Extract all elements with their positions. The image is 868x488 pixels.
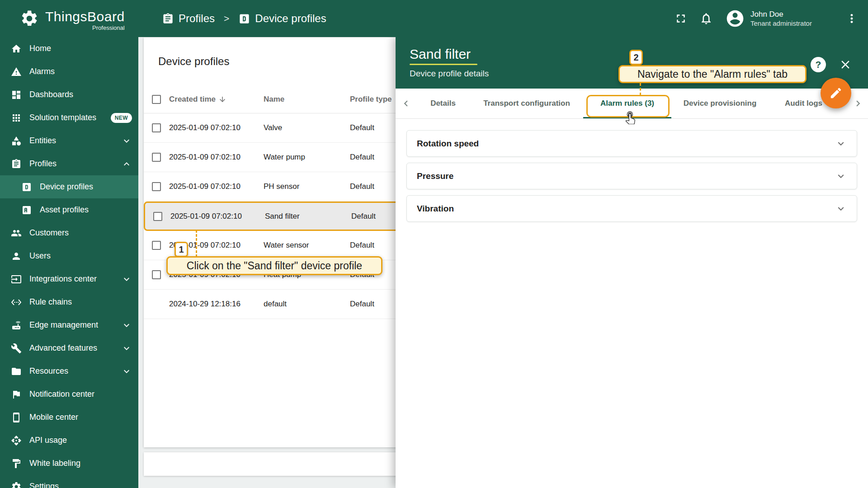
sidebar-item-alarms[interactable]: Alarms [0, 60, 138, 83]
sidebar-item-customers[interactable]: Customers [0, 221, 138, 244]
tabs-scroll-left-button[interactable] [396, 89, 416, 118]
table-header-row: Created time Name Profile type [144, 85, 415, 113]
app-header: ThingsBoard Professional Profiles > Devi… [0, 0, 868, 37]
cell-name: default [264, 300, 350, 309]
step2-callout: Navigate to the "Alarm rules" tab [618, 65, 807, 83]
table-row[interactable]: 2025-01-09 07:02:10 Valve Default [144, 113, 415, 143]
column-created-time[interactable]: Created time [169, 95, 264, 104]
brand-subtitle: Professional [45, 24, 125, 31]
step1-number-badge: 1 [175, 242, 188, 257]
sort-desc-icon [218, 95, 226, 103]
user-role: Tenant administrator [750, 19, 827, 28]
title-underline [410, 64, 477, 65]
sidebar-item-rule-chains[interactable]: Rule chains [0, 291, 138, 314]
sidebar-item-users[interactable]: Users [0, 244, 138, 267]
sidebar-item-api-usage[interactable]: API usage [0, 429, 138, 452]
category-icon [11, 136, 22, 146]
more-menu-button[interactable] [839, 6, 864, 31]
sidebar-item-integrations-center[interactable]: Integrations center [0, 267, 138, 291]
alpha-a-box-icon [21, 205, 32, 216]
close-panel-button[interactable] [838, 57, 853, 72]
warning-icon [11, 66, 22, 77]
accordion-label: Pressure [417, 171, 453, 181]
row-checkbox[interactable] [152, 182, 161, 191]
help-button[interactable]: ? [811, 57, 826, 72]
table-row[interactable]: 2025-01-09 07:02:10 Water pump Default [144, 143, 415, 172]
sidebar-item-label: Settings [29, 482, 59, 488]
cell-created: 2025-01-09 07:02:10 [169, 123, 264, 132]
pencil-icon [829, 86, 843, 100]
tab-details[interactable]: Details [416, 89, 470, 118]
sidebar-item-entities[interactable]: Entities [0, 129, 138, 152]
cell-name: Valve [264, 123, 350, 132]
sidebar-item-label: Advanced features [29, 343, 97, 353]
cell-name: Water pump [264, 153, 350, 162]
breadcrumb: Profiles > Device profiles [162, 0, 326, 37]
alarm-rule-accordion-vibration[interactable]: Vibration [406, 195, 857, 222]
step1-connector-line [196, 230, 197, 257]
sidebar-item-edge-management[interactable]: Edge management [0, 314, 138, 337]
notifications-button[interactable] [693, 6, 719, 31]
table-row-sand-filter[interactable]: 2025-01-09 07:02:10 Sand filter Default [144, 202, 415, 231]
sidebar-item-dashboards[interactable]: Dashboards [0, 83, 138, 106]
sidebar-item-label: Entities [29, 136, 56, 145]
alarm-rule-accordion-pressure[interactable]: Pressure [406, 163, 857, 189]
notifications-bell-icon [699, 12, 713, 25]
breadcrumb-root[interactable]: Profiles [179, 12, 215, 25]
sidebar-item-solution-templates[interactable]: Solution templates NEW [0, 106, 138, 129]
step1-callout: Click on the "Sand filter" device profil… [166, 256, 382, 275]
dashboard-icon [11, 89, 22, 100]
row-checkbox[interactable] [152, 270, 161, 279]
cell-created: 2025-01-09 07:02:10 [169, 153, 264, 162]
close-icon [839, 58, 852, 71]
table-row[interactable]: 2024-10-29 12:18:16 default Default [144, 290, 415, 319]
sidebar-item-label: White labeling [29, 459, 80, 468]
sidebar-item-settings[interactable]: Settings [0, 475, 138, 488]
chevron-down-icon [121, 320, 132, 331]
cell-created: 2025-01-09 07:02:10 [169, 182, 264, 191]
sidebar-item-resources[interactable]: Resources [0, 360, 138, 383]
table-row[interactable]: 2025-01-09 07:02:10 PH sensor Default [144, 172, 415, 202]
sidebar-item-label: Asset profiles [40, 205, 89, 215]
sidebar-item-label: Dashboards [29, 90, 73, 99]
api-icon [11, 435, 22, 446]
brand-logo[interactable]: ThingsBoard Professional [20, 9, 125, 31]
row-checkbox[interactable] [152, 123, 161, 132]
column-name[interactable]: Name [264, 95, 350, 104]
sidebar-nav: Home Alarms Dashboards Solution template… [0, 37, 138, 488]
user-name: John Doe [750, 9, 827, 19]
sidebar-item-asset-profiles[interactable]: Asset profiles [0, 198, 138, 221]
row-checkbox[interactable] [153, 212, 162, 221]
tab-transport-configuration[interactable]: Transport configuration [470, 89, 583, 118]
sidebar-item-label: Mobile center [29, 413, 78, 422]
sidebar-item-notification-center[interactable]: Notification center [0, 383, 138, 406]
select-all-checkbox[interactable] [152, 95, 161, 104]
alarm-rule-accordion-rotation-speed[interactable]: Rotation speed [406, 130, 857, 157]
sidebar-item-device-profiles[interactable]: Device profiles [0, 175, 138, 198]
sidebar-item-profiles[interactable]: Profiles [0, 152, 138, 175]
user-info[interactable]: John Doe Tenant administrator [750, 9, 827, 28]
sidebar-item-mobile-center[interactable]: Mobile center [0, 406, 138, 429]
people-icon [11, 228, 22, 239]
sidebar-item-label: API usage [29, 436, 67, 445]
chevron-down-icon [835, 138, 847, 150]
router-icon [11, 320, 22, 331]
table-paginator [144, 452, 415, 476]
thingsboard-logo-icon [20, 9, 39, 28]
sidebar-item-label: Rule chains [29, 297, 72, 307]
chevron-down-icon [121, 343, 132, 354]
thingsboard-app: ThingsBoard Professional Profiles > Devi… [0, 0, 868, 488]
fullscreen-button[interactable] [668, 6, 693, 31]
sidebar-item-label: Home [29, 44, 51, 53]
page-title: Device profiles [144, 38, 415, 85]
sidebar-item-home[interactable]: Home [0, 37, 138, 60]
edit-fab-button[interactable] [821, 78, 851, 108]
sidebar-item-white-labeling[interactable]: White labeling [0, 452, 138, 475]
new-badge: NEW [111, 113, 132, 123]
sidebar-item-advanced-features[interactable]: Advanced features [0, 337, 138, 360]
sidebar-item-label: Notification center [29, 389, 94, 399]
tab-device-provisioning[interactable]: Device provisioning [671, 89, 769, 118]
user-avatar[interactable] [725, 9, 745, 28]
row-checkbox[interactable] [152, 153, 161, 162]
row-checkbox[interactable] [152, 241, 161, 250]
